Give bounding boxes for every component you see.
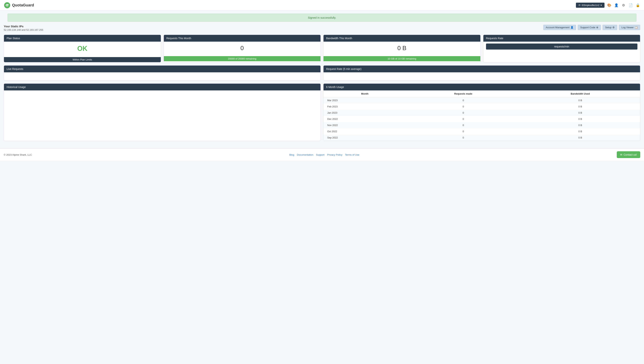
footer-link-privacy[interactable]: Privacy Policy <box>327 153 342 156</box>
col-month: Month <box>324 90 406 97</box>
account-management-icon: 👤 <box>570 26 574 29</box>
static-ips: Your Static IPs 52.193.134.148 and 52.19… <box>4 25 43 31</box>
footer-link-blog[interactable]: Blog <box>289 153 294 156</box>
plan-status-value: OK <box>7 45 158 53</box>
table-cell-requests: 0 <box>406 134 520 141</box>
requests-month-body: 0 <box>164 42 321 56</box>
lock-icon[interactable]: 🔒 <box>635 3 640 8</box>
success-banner: Signed in successfully. <box>8 14 636 22</box>
support-code-label: Support Code <box>580 26 595 29</box>
contact-button[interactable]: ✉ Contact us! <box>617 151 640 158</box>
stats-row: Plan Status OK Within Plan Limits Reques… <box>4 35 640 62</box>
bandwidth-month-footer: 10 GB of 10 GB remaining <box>324 56 480 61</box>
static-ips-values: 52.193.134.148 and 52.193.167.255 <box>4 29 43 31</box>
top-buttons: Account Management 👤 Support Code ⊕ Setu… <box>543 25 640 30</box>
plan-status-card: Plan Status OK Within Plan Limits <box>4 35 161 62</box>
logo-text: QuotaGuard <box>12 3 34 7</box>
historical-usage-header: Historical Usage <box>4 84 320 90</box>
table-cell-bandwidth: 0 B <box>520 97 640 104</box>
static-ips-label: Your Static IPs <box>4 25 43 28</box>
table-cell-bandwidth: 0 B <box>520 122 640 128</box>
plan-status-header: Plan Status <box>4 35 161 42</box>
dropdown-arrow-icon: ▾ <box>600 4 602 7</box>
contact-icon: ✉ <box>620 153 622 156</box>
table-cell-bandwidth: 0 B <box>520 128 640 134</box>
plan-status-body: OK <box>4 42 161 57</box>
copyright: © 2023 Alpine Shark, LLC <box>4 153 32 156</box>
header: QuotaGuard ⟳ l03mpkvsfko1n2 ▾ 🎨 👤 ⚙ 📄 🔒 <box>0 0 644 11</box>
table-row: Nov 202200 B <box>324 122 640 128</box>
logo: QuotaGuard <box>4 2 34 9</box>
table-cell-month: Nov 2022 <box>324 122 406 128</box>
historical-usage-card: Historical Usage <box>4 83 321 141</box>
top-row: Your Static IPs 52.193.134.148 and 52.19… <box>4 25 640 31</box>
table-cell-month: Mar 2023 <box>324 97 406 104</box>
setup-button[interactable]: Setup ⚙ <box>602 25 617 30</box>
live-requests-header: Live Requests <box>4 66 320 72</box>
six-month-usage-card: 6 Month Usage Month Requests made Bandwi… <box>323 83 640 141</box>
table-row: Mar 202300 B <box>324 97 640 104</box>
historical-usage-body <box>4 90 320 95</box>
log-viewer-icon: 📋 <box>634 26 638 29</box>
table-row: Oct 202200 B <box>324 128 640 134</box>
account-label: l03mpkvsfko1n2 <box>582 4 600 7</box>
rate-display: requests/min <box>486 44 638 50</box>
requests-rate-header: Requests Rate <box>484 35 640 42</box>
footer-link-documentation[interactable]: Documentation <box>297 153 313 156</box>
user-icon[interactable]: 👤 <box>614 3 619 8</box>
gear-icon[interactable]: ⚙ <box>621 3 626 8</box>
footer-link-support[interactable]: Support <box>316 153 325 156</box>
table-cell-month: Oct 2022 <box>324 128 406 134</box>
requests-rate-body: requests/min <box>484 42 640 51</box>
table-cell-requests: 0 <box>406 128 520 134</box>
main-content: Signed in successfully. Your Static IPs … <box>0 14 644 148</box>
table-cell-requests: 0 <box>406 110 520 116</box>
live-requests-body <box>4 72 320 77</box>
table-cell-month: Sep 2022 <box>324 134 406 141</box>
table-cell-bandwidth: 0 B <box>520 110 640 116</box>
log-viewer-button[interactable]: Log Viewer 📋 <box>619 25 640 30</box>
usage-table-body: Mar 202300 BFeb 202300 BJan 202300 BDec … <box>324 97 640 141</box>
bandwidth-month-value: 0 B <box>326 45 477 52</box>
request-rate-body <box>324 72 640 77</box>
header-right: ⟳ l03mpkvsfko1n2 ▾ 🎨 👤 ⚙ 📄 🔒 <box>576 3 640 8</box>
palette-icon[interactable]: 🎨 <box>607 3 612 8</box>
setup-label: Setup <box>605 26 612 29</box>
account-dropdown[interactable]: ⟳ l03mpkvsfko1n2 ▾ <box>576 3 604 8</box>
requests-rate-card: Requests Rate requests/min <box>483 35 640 62</box>
col-requests: Requests made <box>406 90 520 97</box>
requests-month-header: Requests This Month <box>164 35 321 42</box>
table-cell-bandwidth: 0 B <box>520 116 640 122</box>
success-message: Signed in successfully. <box>308 16 336 19</box>
contact-label: Contact us! <box>624 153 637 156</box>
table-cell-requests: 0 <box>406 116 520 122</box>
table-cell-month: Dec 2022 <box>324 116 406 122</box>
col-bandwidth: Bandwidth Used <box>520 90 640 97</box>
table-row: Feb 202300 B <box>324 103 640 110</box>
support-code-icon: ⊕ <box>596 26 598 29</box>
document-icon[interactable]: 📄 <box>628 3 633 8</box>
table-cell-requests: 0 <box>406 97 520 104</box>
table-cell-month: Jan 2023 <box>324 110 406 116</box>
live-requests-card: Live Requests <box>4 65 321 80</box>
logo-icon <box>4 2 10 9</box>
table-row: Jan 202300 B <box>324 110 640 116</box>
support-code-button[interactable]: Support Code ⊕ <box>578 25 601 30</box>
account-management-button[interactable]: Account Management 👤 <box>543 25 576 30</box>
footer-link-terms[interactable]: Terms of Use <box>345 153 360 156</box>
requests-month-value: 0 <box>167 45 318 52</box>
bottom-row: Historical Usage 6 Month Usage Month Req… <box>4 83 640 141</box>
bandwidth-month-card: Bandwidth This Month 0 B 10 GB of 10 GB … <box>323 35 480 62</box>
request-rate-header: Request Rate (5 min average) <box>324 66 640 72</box>
wide-row: Live Requests Request Rate (5 min averag… <box>4 65 640 80</box>
table-cell-month: Feb 2023 <box>324 103 406 110</box>
usage-table: Month Requests made Bandwidth Used Mar 2… <box>324 90 640 141</box>
setup-icon: ⚙ <box>612 26 615 29</box>
table-row: Dec 202200 B <box>324 116 640 122</box>
footer: © 2023 Alpine Shark, LLC Blog Documentat… <box>0 148 644 161</box>
account-icon: ⟳ <box>578 4 580 7</box>
plan-status-footer: Within Plan Limits <box>4 57 161 62</box>
requests-month-footer: 20000 of 20000 remaining <box>164 56 321 61</box>
footer-links: Blog Documentation Support Privacy Polic… <box>289 153 360 156</box>
table-header-row: Month Requests made Bandwidth Used <box>324 90 640 97</box>
